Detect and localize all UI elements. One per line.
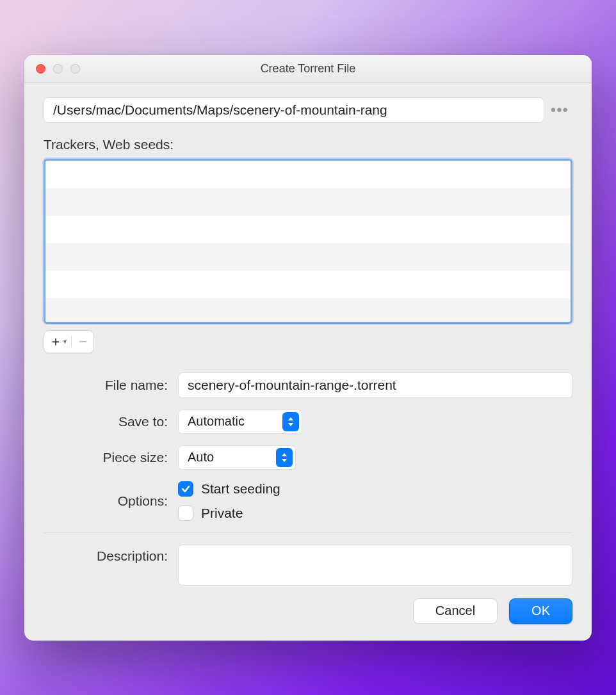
cancel-button[interactable]: Cancel	[413, 598, 498, 624]
plus-icon: ＋	[49, 333, 62, 350]
start-seeding-checkbox[interactable]	[178, 481, 193, 497]
list-item[interactable]	[45, 216, 571, 243]
form: File name: scenery-of-mountain-range-.to…	[44, 372, 572, 586]
source-path-text: /Users/mac/Documents/Maps/scenery-of-mou…	[53, 102, 387, 118]
start-seeding-option: Start seeding	[178, 481, 280, 497]
source-path-row: /Users/mac/Documents/Maps/scenery-of-mou…	[44, 97, 572, 123]
description-row: Description:	[44, 545, 572, 586]
dialog-content: /Users/mac/Documents/Maps/scenery-of-mou…	[24, 83, 592, 641]
filename-input[interactable]: scenery-of-mountain-range-.torrent	[178, 372, 572, 398]
piecesize-value: Auto	[188, 450, 271, 465]
browse-source-button[interactable]: •••	[551, 101, 572, 119]
stepper-icon	[282, 412, 299, 431]
dialog-window: Create Torrent File /Users/mac/Documents…	[24, 55, 592, 641]
zoom-window-button	[70, 64, 80, 74]
add-remove-control: ＋▾ −	[44, 330, 94, 353]
private-checkbox[interactable]	[178, 506, 193, 521]
remove-tracker-button: −	[72, 331, 93, 353]
piecesize-label: Piece size:	[44, 450, 178, 465]
description-label: Description:	[44, 545, 178, 564]
list-item[interactable]	[45, 271, 571, 298]
piecesize-select[interactable]: Auto	[178, 445, 296, 470]
traffic-lights	[36, 64, 80, 74]
divider	[44, 532, 572, 533]
filename-value: scenery-of-mountain-range-.torrent	[188, 378, 396, 393]
stepper-icon	[276, 448, 293, 467]
window-title: Create Torrent File	[24, 62, 592, 76]
list-item[interactable]	[45, 243, 571, 271]
dialog-footer: Cancel OK	[44, 598, 572, 624]
description-textarea[interactable]	[178, 545, 572, 586]
filename-row: File name: scenery-of-mountain-range-.to…	[44, 372, 572, 398]
list-item[interactable]	[45, 161, 571, 188]
close-window-button[interactable]	[36, 64, 45, 74]
list-item[interactable]	[45, 188, 571, 216]
options-row: Options: Start seeding Private	[44, 481, 572, 521]
saveto-select[interactable]: Automatic	[178, 410, 302, 434]
piecesize-row: Piece size: Auto	[44, 445, 572, 470]
saveto-label: Save to:	[44, 414, 178, 429]
saveto-value: Automatic	[188, 414, 277, 429]
minimize-window-button	[53, 64, 63, 74]
add-tracker-button[interactable]: ＋▾	[44, 331, 71, 353]
saveto-row: Save to: Automatic	[44, 410, 572, 434]
ok-button[interactable]: OK	[509, 598, 572, 624]
trackers-list[interactable]	[44, 159, 572, 324]
titlebar: Create Torrent File	[24, 55, 592, 83]
options-label: Options:	[44, 493, 178, 509]
source-path-field[interactable]: /Users/mac/Documents/Maps/scenery-of-mou…	[44, 97, 544, 123]
private-option: Private	[178, 506, 280, 521]
options-column: Start seeding Private	[178, 481, 280, 521]
trackers-label: Trackers, Web seeds:	[44, 137, 572, 152]
start-seeding-label: Start seeding	[201, 481, 280, 497]
filename-label: File name:	[44, 378, 178, 393]
private-label: Private	[201, 506, 243, 521]
chevron-down-icon: ▾	[63, 338, 67, 345]
list-item[interactable]	[45, 298, 571, 324]
